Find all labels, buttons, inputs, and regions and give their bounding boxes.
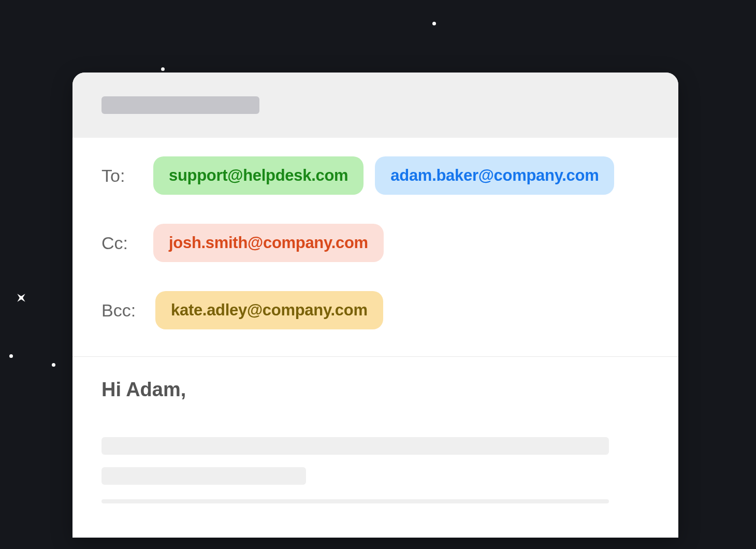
decoration-dot <box>52 363 55 367</box>
recipient-chip[interactable]: adam.baker@company.com <box>375 156 614 195</box>
decoration-dot <box>432 22 436 25</box>
sparkle-icon <box>14 291 28 305</box>
recipient-chip[interactable]: josh.smith@company.com <box>153 224 384 262</box>
compose-window: To: support@helpdesk.com adam.baker@comp… <box>72 73 678 538</box>
cc-row: Cc: josh.smith@company.com <box>101 224 649 262</box>
bcc-label: Bcc: <box>101 300 144 321</box>
recipient-chip[interactable]: kate.adley@company.com <box>155 291 383 329</box>
body-text-placeholder <box>101 437 609 455</box>
decoration-dot <box>161 67 165 71</box>
email-body[interactable]: Hi Adam, <box>72 357 678 538</box>
bcc-row: Bcc: kate.adley@company.com <box>101 291 649 329</box>
email-greeting: Hi Adam, <box>101 379 649 401</box>
subject-input-placeholder[interactable] <box>101 96 259 114</box>
body-text-placeholder <box>101 499 609 503</box>
to-label: To: <box>101 166 142 186</box>
recipient-chip[interactable]: support@helpdesk.com <box>153 156 364 195</box>
cc-label: Cc: <box>101 233 142 253</box>
body-text-placeholder <box>101 467 306 485</box>
recipients-section: To: support@helpdesk.com adam.baker@comp… <box>72 138 678 357</box>
decoration-dot <box>9 354 13 358</box>
to-row: To: support@helpdesk.com adam.baker@comp… <box>101 156 649 195</box>
subject-bar <box>72 73 678 138</box>
